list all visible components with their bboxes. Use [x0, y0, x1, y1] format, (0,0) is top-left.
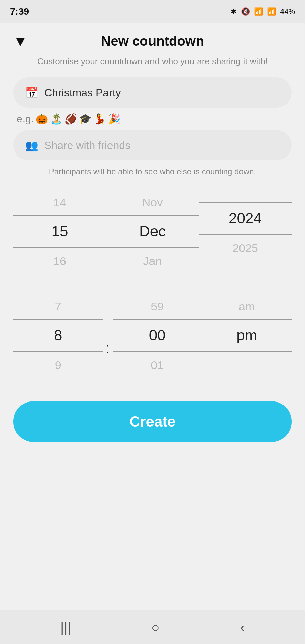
day-next[interactable]: 16 — [13, 249, 106, 274]
emoji-examples: e.g. 🎃 🏝️ 🏈 🎓 💃 🎉 — [13, 113, 292, 125]
share-field[interactable]: 👥 Share with friends — [13, 130, 292, 160]
status-bar: 7:39 ✱ 🔇 📶 📶 44% — [0, 0, 305, 23]
emoji-1: 🎃 — [36, 113, 48, 125]
hour-column[interactable]: 7 8 9 — [13, 294, 103, 378]
year-next[interactable]: 2025 — [199, 235, 292, 261]
friends-icon: 👥 — [25, 139, 38, 152]
participants-note: Participants will be able to see who els… — [13, 167, 292, 176]
header: ▼ New countdown — [13, 34, 292, 49]
share-placeholder: Share with friends — [44, 139, 130, 152]
ampm-prev[interactable]: am — [202, 294, 292, 319]
month-next[interactable]: Jan — [106, 249, 199, 274]
hour-selected[interactable]: 8 — [13, 319, 103, 352]
day-prev[interactable]: 14 — [13, 190, 106, 215]
calendar-icon: 📅 — [25, 86, 38, 99]
emoji-6: 🎉 — [108, 113, 120, 125]
hour-prev[interactable]: 7 — [13, 294, 103, 319]
minute-next[interactable]: 01 — [113, 353, 202, 378]
status-time: 7:39 — [10, 6, 29, 17]
day-column[interactable]: 14 15 16 — [13, 190, 106, 274]
emoji-3: 🏈 — [64, 113, 77, 125]
battery-text: 44% — [280, 7, 295, 16]
time-picker[interactable]: 7 8 9 : 59 00 01 am pm — [13, 294, 292, 378]
ampm-next — [202, 353, 292, 365]
main-content: ▼ New countdown Customise your countdown… — [0, 23, 305, 610]
status-icons: ✱ 🔇 📶 📶 44% — [231, 7, 295, 16]
subtitle-text: Customise your countdown and who you are… — [13, 55, 292, 67]
minute-selected[interactable]: 00 — [113, 319, 202, 352]
month-column[interactable]: Nov Dec Jan — [106, 190, 199, 274]
hour-next[interactable]: 9 — [13, 353, 103, 378]
month-selected[interactable]: Dec — [106, 215, 199, 248]
nav-menu-icon[interactable]: ||| — [60, 620, 71, 635]
wifi-icon: 📶 — [254, 7, 263, 16]
volume-icon: 🔇 — [241, 7, 250, 16]
emoji-5: 💃 — [93, 113, 106, 125]
nav-back-icon[interactable]: ‹ — [240, 620, 245, 635]
month-prev[interactable]: Nov — [106, 190, 199, 215]
minute-column[interactable]: 59 00 01 — [113, 294, 202, 378]
signal-icon: 📶 — [267, 7, 276, 16]
year-prev — [199, 190, 292, 202]
ampm-selected[interactable]: pm — [202, 319, 292, 352]
emoji-2: 🏝️ — [50, 113, 62, 125]
bottom-nav: ||| ○ ‹ — [0, 610, 305, 644]
event-name-field[interactable]: 📅 Christmas Party — [13, 77, 292, 108]
back-chevron-icon[interactable]: ▼ — [13, 33, 28, 49]
page-title: New countdown — [101, 34, 204, 49]
minute-prev[interactable]: 59 — [113, 294, 202, 319]
date-picker[interactable]: 14 15 16 Nov Dec Jan 2024 2025 — [13, 190, 292, 274]
day-selected[interactable]: 15 — [13, 215, 106, 248]
event-name-value: Christmas Party — [44, 87, 121, 99]
create-button[interactable]: Create — [13, 401, 292, 442]
nav-home-icon[interactable]: ○ — [151, 620, 160, 635]
year-column[interactable]: 2024 2025 — [199, 190, 292, 274]
emoji-label: e.g. — [17, 113, 34, 125]
ampm-column[interactable]: am pm — [202, 294, 292, 378]
emoji-4: 🎓 — [79, 113, 91, 125]
time-separator: : — [104, 341, 111, 356]
bluetooth-icon: ✱ — [231, 7, 237, 16]
year-selected[interactable]: 2024 — [199, 202, 292, 235]
